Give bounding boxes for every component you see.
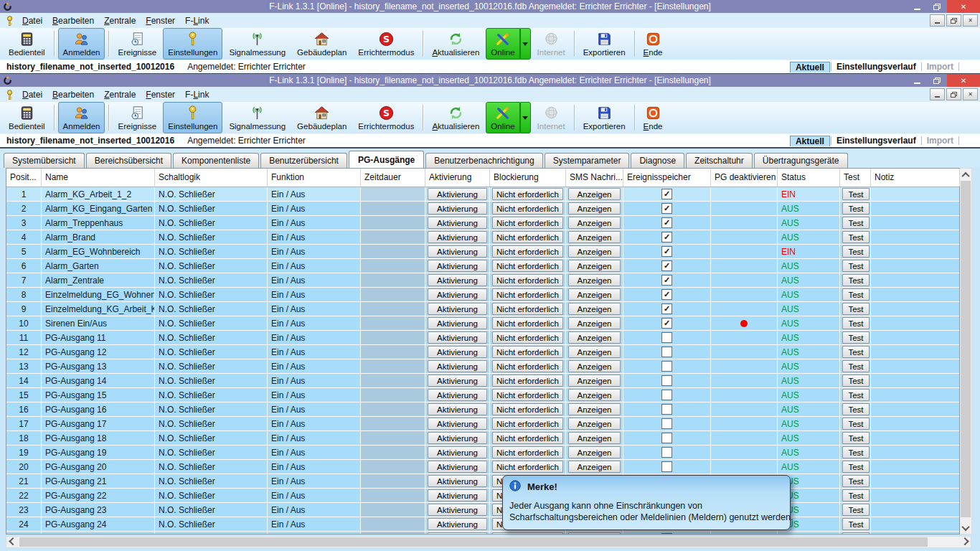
ereignisspeicher-checkbox[interactable] bbox=[661, 447, 672, 458]
toolbar-button-bedienteil[interactable]: Bedienteil bbox=[4, 28, 50, 60]
blockierung-button[interactable]: Nicht erforderlich bbox=[492, 360, 563, 372]
aktivierung-button[interactable]: Aktivierung bbox=[428, 504, 487, 516]
blockierung-button[interactable]: Nicht erforderlich bbox=[492, 260, 563, 272]
test-button[interactable]: Test bbox=[842, 504, 870, 516]
aktivierung-button[interactable]: Aktivierung bbox=[428, 389, 487, 401]
aktivierung-button[interactable]: Aktivierung bbox=[428, 475, 487, 487]
tab-systemuebersicht[interactable]: Systemübersicht bbox=[4, 153, 85, 168]
aktivierung-button[interactable]: Aktivierung bbox=[428, 532, 487, 534]
menu-datei[interactable]: Datei bbox=[17, 88, 47, 101]
aktivierung-button[interactable]: Aktivierung bbox=[428, 403, 487, 415]
sms-nachricht-button[interactable]: Anzeigen bbox=[568, 532, 621, 534]
sms-nachricht-button[interactable]: Anzeigen bbox=[568, 303, 621, 315]
blockierung-button[interactable]: Nicht erforderlich bbox=[492, 317, 563, 329]
test-button[interactable]: Test bbox=[842, 346, 870, 358]
toolbar-button-aktualisieren[interactable]: Aktualisieren bbox=[427, 102, 484, 133]
toolbar-button-ende[interactable]: Ende bbox=[639, 28, 668, 60]
test-button[interactable]: Test bbox=[842, 231, 870, 243]
tab-diagnose[interactable]: Diagnose bbox=[631, 153, 684, 168]
toolbar-button-anmelden[interactable]: Anmelden bbox=[58, 102, 105, 133]
toolbar-button-gebaeudeplan[interactable]: Gebäudeplan bbox=[292, 28, 352, 60]
menu-bearbeiten[interactable]: Bearbeiten bbox=[47, 88, 99, 101]
view-tab-aktuell[interactable]: Aktuell bbox=[790, 136, 830, 146]
sms-nachricht-button[interactable]: Anzeigen bbox=[568, 360, 621, 372]
ereignisspeicher-checkbox[interactable]: ✓ bbox=[661, 246, 672, 257]
menu-datei[interactable]: Datei bbox=[17, 14, 47, 27]
ereignisspeicher-checkbox[interactable] bbox=[661, 361, 672, 372]
toolbar-button-anmelden[interactable]: Anmelden bbox=[58, 28, 105, 60]
tab-komponentenliste[interactable]: Komponentenliste bbox=[173, 153, 259, 168]
scroll-right-button[interactable] bbox=[958, 537, 971, 547]
restore-button[interactable] bbox=[927, 0, 947, 13]
column-header-sms-nachri[interactable]: SMS Nachri... bbox=[566, 169, 623, 187]
menu-zentrale[interactable]: Zentrale bbox=[99, 88, 141, 101]
blockierung-button[interactable]: Nicht erforderlich bbox=[492, 288, 563, 301]
test-button[interactable]: Test bbox=[842, 274, 870, 286]
mdi-minimize-button[interactable] bbox=[930, 88, 945, 100]
ereignisspeicher-checkbox[interactable] bbox=[661, 461, 672, 472]
toolbar-button-signalmessung[interactable]: Signalmessung bbox=[224, 28, 291, 60]
test-button[interactable]: Test bbox=[842, 518, 870, 530]
ereignisspeicher-checkbox[interactable]: ✓ bbox=[661, 318, 672, 329]
column-header-ereignisspeicher[interactable]: Ereignisspeicher bbox=[623, 169, 711, 187]
toolbar-button-einstellungen[interactable]: Einstellungen bbox=[163, 28, 222, 60]
view-tab-import[interactable]: Import bbox=[923, 136, 958, 146]
column-header-schaltlogik[interactable]: Schaltlogik bbox=[155, 169, 268, 187]
ereignisspeicher-checkbox[interactable]: ✓ bbox=[661, 217, 672, 228]
tab-uebertragungsgeraete[interactable]: Übertragungsgeräte bbox=[754, 153, 848, 168]
menu-zentrale[interactable]: Zentrale bbox=[99, 14, 141, 27]
ereignisspeicher-checkbox[interactable]: ✓ bbox=[661, 232, 672, 242]
test-button[interactable]: Test bbox=[842, 288, 870, 301]
toolbar-button-online[interactable]: Online bbox=[486, 102, 519, 133]
aktivierung-button[interactable]: Aktivierung bbox=[428, 217, 487, 229]
sms-nachricht-button[interactable]: Anzeigen bbox=[568, 375, 621, 387]
blockierung-button[interactable]: Nicht erforderlich bbox=[492, 231, 563, 243]
column-header-aktivierung[interactable]: Aktivierung bbox=[425, 169, 490, 187]
sms-nachricht-button[interactable]: Anzeigen bbox=[568, 245, 621, 258]
menu-fenster[interactable]: Fenster bbox=[141, 14, 180, 27]
toolbar-button-signalmessung[interactable]: Signalmessung bbox=[224, 102, 291, 133]
aktivierung-button[interactable]: Aktivierung bbox=[428, 231, 487, 243]
tab-benutzeruebersicht[interactable]: Benutzerübersicht bbox=[260, 153, 347, 168]
aktivierung-button[interactable]: Aktivierung bbox=[428, 288, 487, 301]
sms-nachricht-button[interactable]: Anzeigen bbox=[568, 231, 621, 243]
toolbar-button-gebaeudeplan[interactable]: Gebäudeplan bbox=[292, 102, 352, 133]
blockierung-button[interactable]: Nicht erforderlich bbox=[492, 446, 563, 458]
test-button[interactable]: Test bbox=[842, 418, 870, 430]
column-header-pg-deaktivieren[interactable]: PG deaktivieren bbox=[711, 169, 778, 187]
menu-f-link[interactable]: F-Link bbox=[180, 14, 214, 27]
sms-nachricht-button[interactable]: Anzeigen bbox=[568, 188, 621, 200]
aktivierung-button[interactable]: Aktivierung bbox=[428, 260, 487, 272]
test-button[interactable]: Test bbox=[842, 475, 870, 487]
ereignisspeicher-checkbox[interactable] bbox=[661, 332, 672, 343]
ereignisspeicher-checkbox[interactable] bbox=[661, 347, 672, 357]
toolbar-button-ereignisse[interactable]: Ereignisse bbox=[113, 102, 161, 133]
sms-nachricht-button[interactable]: Anzeigen bbox=[568, 446, 621, 458]
test-button[interactable]: Test bbox=[842, 461, 870, 473]
sms-nachricht-button[interactable]: Anzeigen bbox=[568, 403, 621, 415]
blockierung-button[interactable]: Nicht erforderlich bbox=[492, 303, 563, 315]
ereignisspeicher-checkbox[interactable] bbox=[661, 418, 672, 429]
toolbar-button-exportieren[interactable]: Exportieren bbox=[578, 28, 631, 60]
ereignisspeicher-checkbox[interactable]: ✓ bbox=[661, 189, 672, 199]
blockierung-button[interactable]: Nicht erforderlich bbox=[492, 245, 563, 258]
blockierung-button[interactable]: Nicht erforderlich bbox=[492, 217, 563, 229]
sms-nachricht-button[interactable]: Anzeigen bbox=[568, 346, 621, 358]
ereignisspeicher-checkbox[interactable]: ✓ bbox=[661, 203, 672, 214]
minimize-button[interactable] bbox=[907, 0, 927, 13]
test-button[interactable]: Test bbox=[842, 303, 870, 315]
menu-bearbeiten[interactable]: Bearbeiten bbox=[47, 14, 99, 27]
test-button[interactable]: Test bbox=[842, 188, 870, 200]
blockierung-button[interactable]: Nicht erforderlich bbox=[492, 202, 563, 215]
sms-nachricht-button[interactable]: Anzeigen bbox=[568, 260, 621, 272]
horizontal-scrollbar-thumb[interactable] bbox=[19, 537, 928, 547]
aktivierung-button[interactable]: Aktivierung bbox=[428, 188, 487, 200]
blockierung-button[interactable]: Nicht erforderlich bbox=[492, 274, 563, 286]
test-button[interactable]: Test bbox=[842, 202, 870, 215]
toolbar-button-bedienteil[interactable]: Bedienteil bbox=[4, 102, 50, 133]
tab-systemparameter[interactable]: Systemparameter bbox=[545, 153, 630, 168]
blockierung-button[interactable]: Nicht erforderlich bbox=[492, 331, 563, 344]
online-dropdown-button[interactable] bbox=[520, 102, 531, 133]
column-header-test[interactable]: Test bbox=[840, 169, 871, 187]
blockierung-button[interactable]: Nicht erforderlich bbox=[492, 418, 563, 430]
